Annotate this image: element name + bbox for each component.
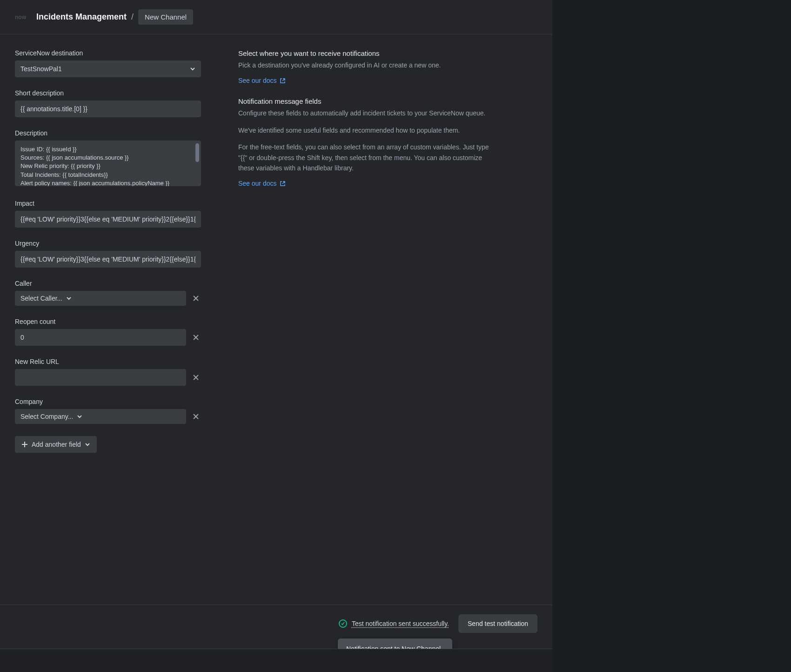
chevron-down-icon: [190, 66, 195, 72]
close-icon: [193, 295, 199, 302]
company-select[interactable]: Select Company...: [15, 409, 186, 424]
impact-label: Impact: [15, 200, 201, 207]
caller-label: Caller: [15, 280, 201, 287]
reopen-count-label: Reopen count: [15, 318, 201, 325]
close-icon: [193, 413, 199, 420]
reopen-count-input[interactable]: [15, 329, 186, 346]
docs-link-2[interactable]: See our docs: [238, 180, 286, 187]
docs-link-text: See our docs: [238, 180, 277, 187]
add-field-button[interactable]: Add another field: [15, 436, 97, 453]
company-clear-button[interactable]: [191, 411, 201, 422]
chevron-down-icon: [85, 442, 90, 447]
company-label: Company: [15, 398, 201, 405]
destination-label: ServiceNow destination: [15, 49, 201, 57]
caller-select[interactable]: Select Caller...: [15, 291, 186, 306]
breadcrumb-title: Incidents Management: [36, 12, 127, 22]
chevron-down-icon: [66, 296, 72, 301]
form-column: ServiceNow destination TestSnowPal1 Shor…: [15, 49, 201, 453]
add-field-label: Add another field: [32, 441, 81, 448]
textarea-scrollbar[interactable]: [195, 143, 199, 162]
send-test-button[interactable]: Send test notification: [458, 614, 537, 633]
description-label: Description: [15, 129, 201, 137]
docs-link-1[interactable]: See our docs: [238, 77, 286, 84]
bottom-strip: [0, 649, 552, 672]
logo: now: [15, 13, 32, 22]
info-heading-1: Select where you want to receive notific…: [238, 49, 489, 57]
breadcrumb-current: New Channel: [138, 9, 193, 25]
info-text-2c: For the free-text fields, you can also s…: [238, 142, 489, 173]
urgency-input[interactable]: [15, 251, 201, 268]
reopen-count-clear-button[interactable]: [191, 332, 201, 343]
new-relic-url-input[interactable]: [15, 369, 186, 386]
info-text-2b: We've identified some useful fields and …: [238, 125, 489, 135]
new-relic-url-label: New Relic URL: [15, 358, 201, 365]
external-link-icon: [280, 181, 286, 187]
destination-value: TestSnowPal1: [20, 65, 62, 73]
destination-select[interactable]: TestSnowPal1: [15, 60, 201, 77]
footer: Test notification sent successfully. Sen…: [0, 605, 552, 642]
plus-icon: [21, 441, 28, 448]
close-icon: [193, 334, 199, 341]
company-placeholder: Select Company...: [20, 413, 73, 420]
short-description-input[interactable]: [15, 101, 201, 117]
caller-clear-button[interactable]: [191, 293, 201, 303]
info-column: Select where you want to receive notific…: [238, 49, 489, 453]
caller-placeholder: Select Caller...: [20, 295, 62, 302]
impact-input[interactable]: [15, 211, 201, 228]
docs-link-text: See our docs: [238, 77, 277, 84]
description-textarea[interactable]: [15, 141, 201, 186]
breadcrumb-separator: /: [131, 12, 134, 22]
info-text-1: Pick a destination you've already config…: [238, 60, 489, 70]
close-icon: [193, 374, 199, 381]
info-text-2a: Configure these fields to automatically …: [238, 108, 489, 118]
header: now Incidents Management / New Channel: [0, 0, 552, 34]
info-heading-2: Notification message fields: [238, 97, 489, 105]
chevron-down-icon: [77, 414, 82, 419]
test-status-text[interactable]: Test notification sent successfully.: [352, 620, 449, 627]
urgency-label: Urgency: [15, 240, 201, 247]
check-circle-icon: [339, 619, 347, 628]
external-link-icon: [280, 78, 286, 84]
short-description-label: Short description: [15, 89, 201, 97]
test-status: Test notification sent successfully.: [339, 619, 449, 628]
new-relic-url-clear-button[interactable]: [191, 372, 201, 383]
